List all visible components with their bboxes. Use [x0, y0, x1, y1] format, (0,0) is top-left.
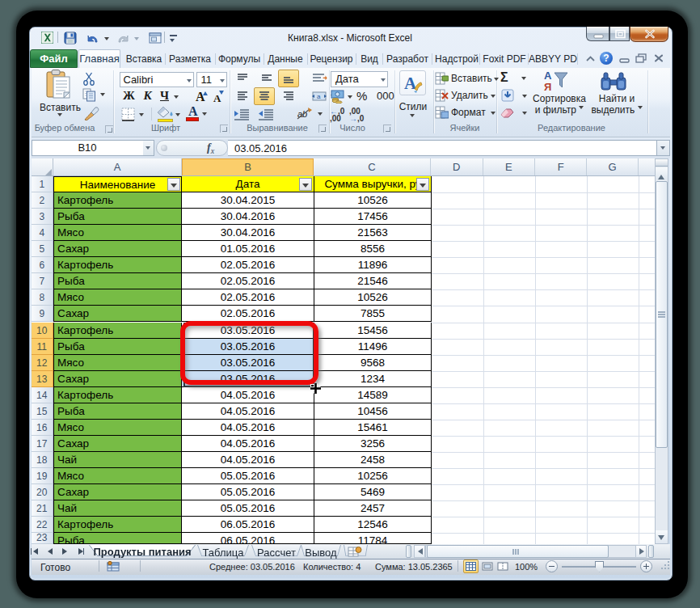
svg-text:Я: Я	[544, 81, 551, 92]
svg-text:А: А	[544, 70, 552, 82]
svg-text:А: А	[404, 74, 417, 93]
svg-text:a: a	[317, 93, 321, 100]
